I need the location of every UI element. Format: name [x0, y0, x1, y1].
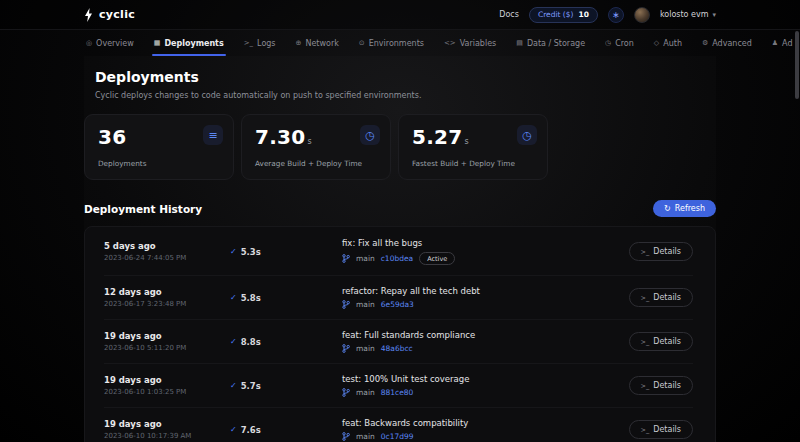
deployment-duration: 8.8s — [241, 337, 261, 347]
chevron-down-icon: ▾ — [712, 11, 716, 19]
cron-icon: ◷ — [605, 39, 611, 47]
details-button[interactable]: >_Details — [629, 420, 693, 439]
docs-link[interactable]: Docs — [499, 10, 519, 19]
main-content: Deployments Cyclic deploys changes to co… — [84, 56, 716, 442]
scrollbar-thumb[interactable] — [795, 31, 799, 99]
commit-message: feat: Full standards compliance — [342, 330, 629, 340]
user-avatar[interactable] — [634, 7, 650, 23]
tab-overview[interactable]: ◎Overview — [84, 30, 144, 56]
refresh-icon: ↻ — [664, 204, 671, 213]
branch-name: main — [356, 300, 375, 309]
commit-hash-link[interactable]: 0c17d99 — [381, 432, 414, 441]
deployment-history-panel: 5 days ago2023-06-24 7:44:05 PM✓5.3sfix:… — [84, 226, 716, 442]
tab-auth[interactable]: ◇Auth — [644, 30, 692, 56]
tab-network[interactable]: ⊕Network — [286, 30, 349, 56]
commit-hash-link[interactable]: 48a6bcc — [381, 344, 413, 353]
tab-label: Cron — [615, 39, 634, 48]
stat-value: 36 — [98, 125, 126, 149]
credit-label: Credit ($) — [538, 10, 574, 19]
page-title: Deployments — [84, 69, 716, 85]
stat-card-average-build-deploy-time: 7.30sAverage Build + Deploy Time◷ — [241, 114, 391, 180]
terminal-icon: >_ — [641, 382, 650, 390]
terminal-icon: >_ — [641, 294, 650, 302]
commit-hash-link[interactable]: 6e59da3 — [381, 300, 414, 309]
deployment-age: 12 days ago — [104, 287, 230, 297]
commit-hash-link[interactable]: c10bdea — [381, 254, 413, 263]
tab-logs[interactable]: >_Logs — [234, 30, 286, 56]
commit-meta: mainc10bdeaActive — [342, 252, 629, 265]
commit-hash-link[interactable]: 881ce80 — [381, 388, 414, 397]
sparkle-icon-button[interactable]: ∗ — [608, 7, 624, 23]
tab-label: Advanced — [712, 39, 752, 48]
deployment-commit-cell: refactor: Repay all the tech debtmain6e5… — [342, 286, 629, 309]
app-logo[interactable]: cyclic — [84, 8, 135, 22]
stat-value: 5.27 — [412, 125, 463, 149]
git-branch-icon — [342, 432, 350, 441]
scrollbar[interactable] — [795, 31, 799, 441]
deployment-row: 19 days ago2023-06-10 10:17:39 AM✓7.6sfe… — [104, 408, 693, 442]
deployment-age: 19 days ago — [104, 331, 230, 341]
page-subtitle: Cyclic deploys changes to code automatic… — [84, 91, 716, 100]
commit-message: feat: Backwards compatibility — [342, 418, 629, 428]
stats-row: 36Deployments≡7.30sAverage Build + Deplo… — [84, 114, 716, 180]
terminal-icon: >_ — [641, 426, 650, 434]
deployment-duration-cell: ✓5.7s — [230, 381, 342, 391]
branch-name: main — [356, 344, 375, 353]
git-branch-icon — [342, 300, 350, 309]
terminal-icon: >_ — [641, 248, 650, 256]
tab-deployments[interactable]: ▦Deployments — [144, 30, 234, 56]
refresh-button[interactable]: ↻ Refresh — [653, 200, 716, 217]
stat-unit: s — [465, 137, 469, 146]
details-label: Details — [653, 425, 681, 434]
auth-icon: ◇ — [654, 39, 659, 47]
details-label: Details — [653, 337, 681, 346]
tab-advanced[interactable]: ⚙Advanced — [692, 30, 762, 56]
tab-label: Variables — [460, 39, 497, 48]
branch-name: main — [356, 388, 375, 397]
overview-icon: ◎ — [86, 39, 92, 47]
deployment-age: 19 days ago — [104, 419, 230, 429]
details-button[interactable]: >_Details — [629, 288, 693, 307]
deployment-timestamp: 2023-06-24 7:44:05 PM — [104, 254, 230, 262]
cyclic-bolt-icon — [84, 8, 93, 22]
tab-label: Environments — [369, 39, 424, 48]
details-label: Details — [653, 247, 681, 256]
check-icon: ✓ — [230, 247, 237, 256]
details-label: Details — [653, 293, 681, 302]
details-button[interactable]: >_Details — [629, 242, 693, 261]
branch-name: main — [356, 254, 375, 263]
tab-environments[interactable]: ⊙Environments — [349, 30, 434, 56]
commit-message: test: 100% Unit test coverage — [342, 374, 629, 384]
tab-cron[interactable]: ◷Cron — [595, 30, 644, 56]
git-branch-icon — [342, 344, 350, 353]
deployment-timestamp: 2023-06-17 3:23:48 PM — [104, 300, 230, 308]
credit-button[interactable]: Credit ($) 10 — [529, 7, 598, 23]
check-icon: ✓ — [230, 337, 237, 346]
tab-variables[interactable]: <>Variables — [434, 30, 506, 56]
deployment-duration-cell: ✓5.3s — [230, 247, 342, 257]
commit-meta: main0c17d99 — [342, 432, 629, 441]
deployment-row: 12 days ago2023-06-17 3:23:48 PM✓5.8sref… — [104, 276, 693, 320]
deployment-age: 5 days ago — [104, 241, 230, 251]
tab-label: Auth — [663, 39, 682, 48]
deployment-time-cell: 5 days ago2023-06-24 7:44:05 PM — [104, 241, 230, 262]
deployment-commit-cell: fix: Fix all the bugsmainc10bdeaActive — [342, 238, 629, 265]
tab-data-storage[interactable]: ▤Data / Storage — [506, 30, 595, 56]
check-icon: ✓ — [230, 293, 237, 302]
data-storage-icon: ▤ — [516, 39, 523, 47]
details-label: Details — [653, 381, 681, 390]
check-icon: ✓ — [230, 381, 237, 390]
deployment-time-cell: 19 days ago2023-06-10 5:11:20 PM — [104, 331, 230, 352]
user-menu[interactable]: kolosto evm ▾ — [660, 10, 716, 19]
clock-icon: ◷ — [517, 125, 537, 145]
tab-label: Overview — [96, 39, 134, 48]
network-icon: ⊕ — [296, 39, 302, 47]
deployment-duration: 5.8s — [241, 293, 261, 303]
user-name: kolosto evm — [660, 10, 709, 19]
status-badge: Active — [419, 252, 455, 265]
commit-meta: main6e59da3 — [342, 300, 629, 309]
details-button[interactable]: >_Details — [629, 376, 693, 395]
stat-label: Deployments — [98, 159, 146, 168]
details-button[interactable]: >_Details — [629, 332, 693, 351]
list-icon: ≡ — [203, 125, 223, 145]
